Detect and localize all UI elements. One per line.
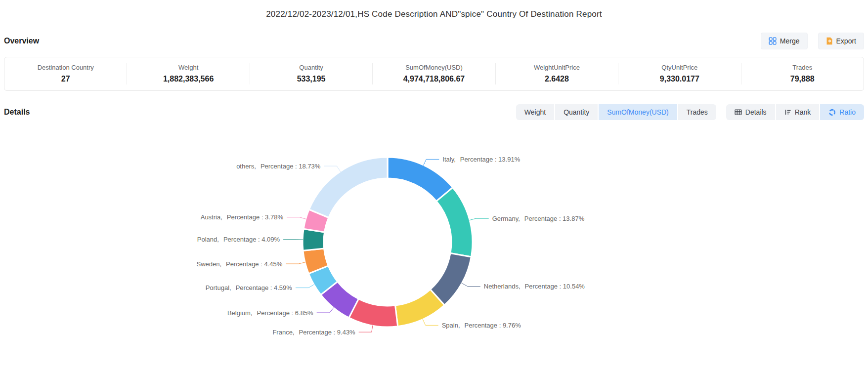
- tab-label: SumOfMoney(USD): [607, 108, 668, 116]
- merge-button[interactable]: Merge: [761, 33, 808, 49]
- slice-label-netherlands: Netherlands,Percentage : 10.54%: [484, 283, 585, 290]
- stat-value: 9,330.0177: [621, 75, 738, 83]
- view-button-label: Rank: [795, 108, 811, 116]
- stat-label: WeightUnitPrice: [499, 64, 615, 71]
- donut-slice-italy[interactable]: [388, 157, 453, 201]
- stat-sum-of-money: SumOfMoney(USD) 4,974,718,806.67: [373, 63, 495, 84]
- stat-label: Destination Country: [7, 64, 124, 71]
- stat-label: Weight: [130, 64, 246, 71]
- stat-value: 2.6428: [499, 75, 615, 83]
- stat-value: 27: [7, 75, 124, 83]
- stat-value: 533,195: [253, 75, 369, 83]
- tab-trades[interactable]: Trades: [678, 104, 716, 120]
- label-line-portugal: [296, 285, 314, 288]
- label-line-spain: [423, 319, 438, 326]
- stat-weight: Weight 1,882,383,566: [127, 63, 250, 84]
- header-actions: Merge Export: [761, 33, 864, 49]
- ratio-icon: [828, 109, 836, 116]
- metric-tab-group: Weight Quantity SumOfMoney(USD) Trades: [516, 104, 716, 120]
- stat-value: 4,974,718,806.67: [376, 75, 492, 83]
- stat-weight-unit-price: WeightUnitPrice 2.6428: [496, 63, 618, 84]
- report-page: 2022/12/02-2023/12/01,HS Code Descriptio…: [0, 0, 868, 372]
- details-controls: Weight Quantity SumOfMoney(USD) Trades D…: [516, 104, 864, 120]
- donut-slice-others[interactable]: [309, 157, 388, 218]
- tab-label: Quantity: [564, 108, 589, 116]
- export-button[interactable]: Export: [818, 33, 864, 49]
- stat-value: 79,888: [744, 75, 861, 83]
- rank-icon: [784, 109, 791, 116]
- stat-quantity: Quantity 533,195: [250, 63, 373, 84]
- details-header: Details Weight Quantity SumOfMoney(USD) …: [4, 104, 864, 120]
- label-line-germany: [469, 218, 489, 220]
- label-line-austria: [287, 217, 306, 219]
- stat-label: Quantity: [253, 64, 369, 71]
- merge-icon: [769, 37, 777, 45]
- label-line-france: [359, 325, 373, 332]
- page-title: 2022/12/02-2023/12/01,HS Code Descriptio…: [0, 0, 868, 19]
- stat-qty-unit-price: QtyUnitPrice 9,330.0177: [618, 63, 741, 84]
- ratio-donut-chart: Italy,Percentage : 13.91%Germany,Percent…: [0, 134, 868, 372]
- slice-label-portugal: Portugal,Percentage : 4.59%: [206, 284, 293, 291]
- view-button-ratio[interactable]: Ratio: [820, 104, 864, 120]
- tab-sum-of-money[interactable]: SumOfMoney(USD): [599, 104, 677, 120]
- label-line-netherlands: [462, 283, 480, 287]
- tab-quantity[interactable]: Quantity: [555, 104, 598, 120]
- label-line-italy: [423, 159, 439, 165]
- details-heading: Details: [4, 108, 30, 117]
- table-icon: [735, 109, 742, 116]
- stat-label: QtyUnitPrice: [621, 64, 738, 71]
- label-line-belgium: [317, 307, 334, 313]
- donut-slice-germany[interactable]: [436, 188, 473, 257]
- slice-label-others: others,Percentage : 18.73%: [236, 163, 321, 170]
- stat-label: Trades: [744, 64, 861, 71]
- slice-label-germany: Germany,Percentage : 13.87%: [492, 215, 585, 222]
- view-button-details[interactable]: Details: [726, 104, 775, 120]
- slice-label-sweden: Sweden,Percentage : 4.45%: [197, 260, 283, 268]
- view-button-label: Ratio: [839, 108, 856, 116]
- slice-label-austria: Austria,Percentage : 3.78%: [201, 213, 284, 221]
- label-line-others: [324, 166, 341, 172]
- slice-label-italy: Italy,Percentage : 13.91%: [442, 156, 520, 163]
- tab-label: Weight: [524, 108, 546, 116]
- overview-header: Overview Merge Export: [0, 33, 868, 49]
- slice-label-france: France,Percentage : 9.43%: [272, 329, 355, 336]
- merge-button-label: Merge: [780, 37, 800, 45]
- view-button-rank[interactable]: Rank: [776, 104, 820, 120]
- tab-label: Trades: [687, 108, 708, 116]
- donut-chart-svg: Italy,Percentage : 13.91%Germany,Percent…: [0, 134, 868, 372]
- slice-label-spain: Spain,Percentage : 9.76%: [442, 322, 521, 329]
- tab-weight[interactable]: Weight: [516, 104, 554, 120]
- label-line-sweden: [286, 262, 305, 264]
- view-button-label: Details: [745, 108, 767, 116]
- slice-label-belgium: Belgium,Percentage : 6.85%: [227, 309, 313, 317]
- stat-label: SumOfMoney(USD): [376, 64, 492, 71]
- stat-trades: Trades 79,888: [741, 63, 864, 84]
- stat-value: 1,882,383,566: [130, 75, 246, 83]
- view-tab-group: Details Rank Ratio: [726, 104, 864, 120]
- export-icon: [826, 37, 833, 45]
- slice-label-poland: Poland,Percentage : 4.09%: [197, 236, 280, 243]
- export-button-label: Export: [836, 37, 856, 45]
- stat-destination-country: Destination Country 27: [4, 63, 127, 84]
- overview-stats-bar: Destination Country 27 Weight 1,882,383,…: [4, 57, 864, 91]
- overview-heading: Overview: [4, 37, 39, 45]
